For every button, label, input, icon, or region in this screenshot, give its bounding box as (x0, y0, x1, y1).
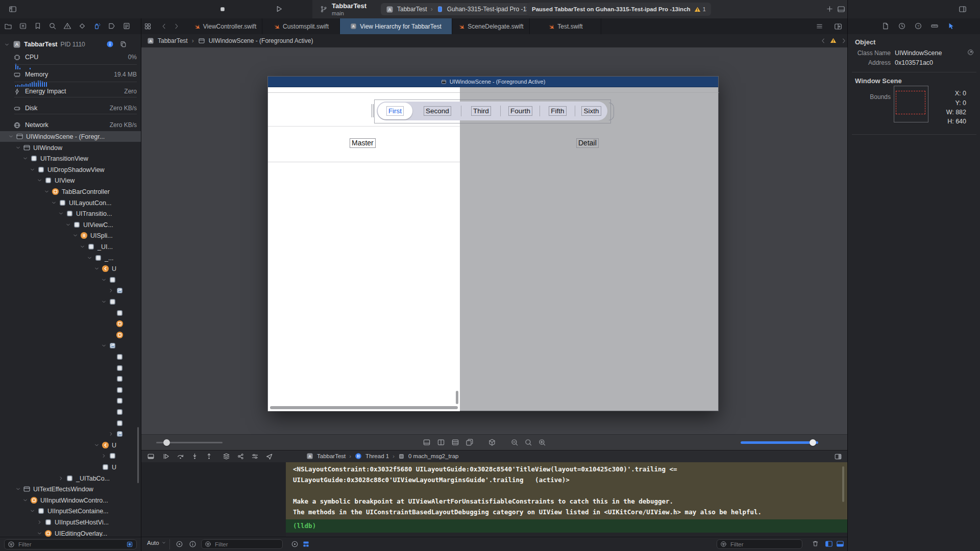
reports-navigator-icon[interactable] (122, 22, 131, 30)
disclosure-open-icon[interactable] (101, 277, 107, 283)
disclosure-open-icon[interactable] (94, 442, 100, 448)
disclosure-open-icon[interactable] (22, 156, 28, 161)
editor-tab-viewcontroller-swift[interactable]: ViewController.swift (188, 18, 262, 34)
disclosure-closed-icon[interactable] (101, 453, 107, 459)
tree-row-uispli[interactable]: UISpli... (0, 230, 141, 241)
canvas-clone-icon[interactable] (465, 438, 474, 446)
disclosure-open-icon[interactable] (15, 145, 21, 151)
tree-row-uiinputwindowcontro[interactable]: UIInputWindowContro... (0, 495, 141, 506)
disclosure-open-icon[interactable] (44, 189, 50, 194)
segment-fourth[interactable]: Fourth (501, 102, 540, 120)
console-filter-field[interactable] (717, 539, 802, 549)
console-filter-input[interactable] (729, 541, 799, 548)
jumpbar-project[interactable]: TabbarTest (158, 37, 188, 44)
tree-row-uiinputsetcontaine[interactable]: UIInputSetContaine... (0, 506, 141, 516)
disclosure-open-icon[interactable] (94, 266, 100, 271)
tree-row-view[interactable] (0, 274, 141, 285)
disclosure-open-icon[interactable] (80, 244, 85, 249)
editor-tab-view-hierarchy-for-tabbartest[interactable]: AView Hierarchy for TabbarTest (340, 18, 452, 34)
disclosure-open-icon[interactable] (101, 343, 107, 348)
tree-row-view[interactable] (0, 296, 141, 307)
tree-row-view[interactable] (0, 308, 141, 318)
sidebar-scrollbar[interactable] (137, 427, 139, 483)
warning-icon[interactable] (830, 37, 837, 44)
filter-scope-icon[interactable] (126, 541, 133, 548)
tests-navigator-icon[interactable] (78, 22, 86, 30)
segment-fifth[interactable]: Fifth (540, 102, 575, 120)
disclosure-open-icon[interactable] (22, 497, 28, 503)
step-into-icon[interactable] (191, 453, 199, 460)
editor-tab-test-swift[interactable]: Test.swift (530, 18, 601, 34)
debug-frame[interactable]: 0 mach_msg2_trap (408, 453, 458, 459)
console-target-icon[interactable] (291, 540, 299, 548)
disclosure-open-icon[interactable] (58, 211, 64, 216)
canvas-mode-1-icon[interactable] (423, 438, 431, 446)
debug-app-name[interactable]: TabbarTest (317, 453, 346, 459)
tab-overview-icon[interactable] (144, 22, 152, 30)
editor-tab-scenedelegate-swift[interactable]: SceneDelegate.swift (452, 18, 530, 34)
variables-filter-input[interactable] (214, 541, 279, 548)
disclosure-open-icon[interactable] (15, 486, 21, 492)
sidebar-toggle-icon[interactable] (8, 5, 17, 13)
view-debugger-canvas[interactable]: UIWindowScene - (Foreground Active) Firs… (141, 47, 847, 434)
disclosure-closed-icon[interactable] (58, 475, 64, 481)
tree-row-view[interactable] (0, 385, 141, 395)
tree-row-uitransitio[interactable]: UITransitio... (0, 208, 141, 219)
navigator-filter-field[interactable] (4, 539, 137, 549)
segment-first[interactable]: First (377, 102, 413, 120)
continue-icon[interactable] (162, 453, 170, 460)
breakpoints-navigator-icon[interactable] (108, 22, 116, 30)
sidebar-divider[interactable] (141, 18, 141, 551)
zoom-slider-knob[interactable] (810, 439, 816, 446)
jump-to-object-icon[interactable] (967, 49, 974, 56)
disclosure-open-icon[interactable] (51, 200, 57, 206)
gauge-row-energy-impact[interactable]: Energy ImpactZero (13, 87, 137, 96)
disclosure-closed-icon[interactable] (108, 288, 114, 293)
debug-area-toggle-icon[interactable] (147, 453, 155, 460)
navigator-filter-input[interactable] (17, 541, 124, 548)
vertical-scrollbar[interactable] (456, 391, 458, 404)
tree-row-view[interactable] (0, 373, 141, 384)
disclosure-open-icon[interactable] (72, 233, 78, 238)
disclosure-open-icon[interactable] (30, 167, 35, 172)
step-out-icon[interactable] (205, 453, 213, 460)
segment-sixth[interactable]: Sixth (575, 102, 607, 120)
issue-next-icon[interactable] (840, 37, 847, 44)
console-toggle-icon[interactable] (836, 540, 844, 548)
tree-row-uitransitionview[interactable]: UITransitionView (0, 153, 141, 164)
inspector-toggle-icon[interactable] (959, 5, 967, 13)
tree-row-view[interactable] (0, 340, 141, 351)
tree-row-view[interactable] (0, 285, 141, 296)
disclosure-open-icon[interactable] (87, 255, 92, 261)
editor-tab-customsplit-swift[interactable]: Customsplit.swift (262, 18, 340, 34)
variables-filter-field[interactable] (201, 539, 283, 549)
canvas-mode-3-icon[interactable] (451, 438, 459, 446)
split-editor-icon[interactable] (834, 22, 842, 31)
clear-console-icon[interactable] (812, 540, 819, 547)
disclosure-closed-icon[interactable] (37, 519, 42, 525)
disclosure-open-icon[interactable] (65, 222, 71, 228)
tree-row-uidropshadowview[interactable]: UIDropShadowView (0, 164, 141, 175)
memory-graph-icon[interactable] (237, 453, 244, 460)
disclosure-closed-icon[interactable] (108, 431, 114, 437)
variables-scope-picker[interactable]: Auto (147, 540, 166, 546)
info-icon[interactable] (106, 40, 114, 48)
issues-navigator-icon[interactable] (63, 22, 71, 30)
tree-row-view[interactable] (0, 418, 141, 429)
zoom-in-icon[interactable] (538, 438, 546, 446)
tree-row-view[interactable] (0, 429, 141, 439)
tree-row-view[interactable] (0, 352, 141, 362)
view-hierarchy-icon[interactable] (223, 453, 230, 460)
master-pane[interactable] (268, 87, 460, 411)
tree-row-u[interactable]: U (0, 462, 141, 472)
tree-row-ui[interactable]: _UI... (0, 241, 141, 252)
target-icon[interactable] (176, 540, 183, 548)
canvas-mode-2-icon[interactable] (437, 438, 445, 446)
debug-area-layout-icon[interactable] (834, 453, 842, 461)
file-inspector-icon[interactable] (881, 22, 890, 30)
gauge-row-disk[interactable]: DiskZero KB/s (13, 104, 137, 113)
editor-options-icon[interactable] (837, 5, 845, 13)
tree-row-uiwindowscene-foregr[interactable]: UIWindowScene - (Foregr... (0, 131, 141, 142)
gauge-row-memory[interactable]: Memory19.4 MB (13, 70, 137, 79)
info-icon[interactable] (189, 540, 197, 548)
